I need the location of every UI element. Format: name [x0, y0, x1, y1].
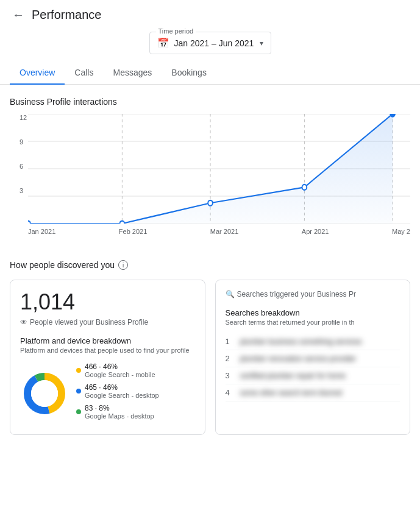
svg-point-13 — [302, 185, 307, 190]
chart-container: 3 6 9 12 — [0, 114, 420, 248]
searches-card: 🔍 Searches triggered your Business Pr Se… — [215, 280, 411, 435]
platform-breakdown-title: Platform and device breakdown — [20, 336, 195, 345]
legend-item-3: 83 · 8% Google Maps - desktop — [76, 404, 195, 420]
back-button[interactable]: ← — [10, 6, 27, 23]
discovery-title-text: How people discovered you — [10, 260, 115, 270]
donut-chart — [20, 369, 69, 418]
x-label-jan: Jan 2021 — [28, 228, 55, 235]
search-icon: 🔍 — [226, 290, 235, 298]
chevron-down-icon: ▾ — [260, 39, 263, 48]
x-label-may: May 2 — [392, 228, 410, 235]
x-label-feb: Feb 2021 — [119, 228, 147, 235]
eye-icon: 👁 — [20, 318, 27, 327]
legend-item-2: 465 · 46% Google Search - desktop — [76, 383, 195, 399]
line-chart — [28, 114, 410, 224]
y-axis-labels: 3 6 9 12 — [20, 114, 27, 211]
search-term-1: plumber business something services — [240, 337, 362, 346]
search-item-3: 3 certified plumber repair for home — [226, 367, 400, 384]
x-label-apr: Apr 2021 — [302, 228, 329, 235]
legend-label-3: Google Maps - desktop — [85, 412, 154, 420]
search-rank-1: 1 — [226, 337, 234, 346]
tab-messages[interactable]: Messages — [103, 62, 162, 85]
search-term-2: plumber renovation service provider — [240, 355, 357, 363]
platform-breakdown-subtitle: Platform and devices that people used to… — [20, 347, 195, 354]
time-period-value: Jan 2021 – Jun 2021 — [174, 38, 255, 48]
search-list: 1 plumber business something services 2 … — [226, 333, 400, 401]
search-term-4: some other search term blurred — [240, 389, 342, 397]
svg-point-18 — [31, 380, 58, 407]
search-item-4: 4 some other search term blurred — [226, 384, 400, 401]
donut-legend-row: 466 · 46% Google Search - mobile 465 · 4… — [20, 362, 195, 425]
views-subtitle: 👁 People viewed your Business Profile — [20, 318, 195, 327]
tab-bookings[interactable]: Bookings — [162, 62, 216, 85]
search-rank-3: 3 — [226, 371, 234, 380]
page-title: Performance — [32, 8, 102, 22]
y-label-6: 6 — [20, 163, 27, 170]
searches-subtitle: 🔍 Searches triggered your Business Pr — [226, 290, 400, 298]
legend-pct-3: 83 · 8% — [85, 404, 154, 412]
legend-label-2: Google Search - desktop — [85, 392, 159, 399]
calendar-icon: 📅 — [157, 37, 169, 49]
legend-item-1: 466 · 46% Google Search - mobile — [76, 362, 195, 378]
x-label-mar: Mar 2021 — [210, 228, 238, 235]
header: ← Performance — [0, 0, 420, 27]
search-term-3: certified plumber repair for home — [240, 372, 346, 380]
legend-dot-blue — [76, 389, 81, 394]
legend-label-1: Google Search - mobile — [85, 371, 155, 378]
search-item-2: 2 plumber renovation service provider — [226, 350, 400, 367]
legend-pct-2: 465 · 46% — [85, 383, 159, 392]
svg-point-10 — [28, 221, 30, 224]
x-axis-labels: Jan 2021 Feb 2021 Mar 2021 Apr 2021 May … — [28, 225, 410, 235]
chart-section: Business Profile interactions — [0, 85, 420, 107]
y-label-9: 9 — [20, 138, 27, 146]
discovery-section: How people discovered you i 1,014 👁 Peop… — [0, 248, 420, 435]
views-card: 1,014 👁 People viewed your Business Prof… — [10, 280, 205, 435]
y-label-12: 12 — [20, 114, 27, 121]
search-rank-2: 2 — [226, 354, 234, 363]
search-item-1: 1 plumber business something services — [226, 333, 400, 350]
legend-pct-1: 466 · 46% — [85, 362, 155, 371]
y-label-3: 3 — [20, 187, 27, 194]
tabs-bar: Overview Calls Messages Bookings — [0, 62, 420, 85]
discovery-title: How people discovered you i — [10, 260, 410, 270]
searches-breakdown-sub: Search terms that returned your profile … — [226, 319, 400, 326]
searches-breakdown-title: Searches breakdown — [226, 308, 400, 317]
tab-calls[interactable]: Calls — [65, 62, 103, 85]
views-count: 1,014 — [20, 290, 195, 314]
legend-items: 466 · 46% Google Search - mobile 465 · 4… — [76, 362, 195, 425]
legend-dot-yellow — [76, 368, 81, 373]
chart-title: Business Profile interactions — [10, 97, 410, 107]
svg-point-14 — [390, 114, 395, 117]
info-icon[interactable]: i — [118, 260, 128, 270]
legend-dot-green — [76, 409, 81, 414]
time-period-row: Time period 📅 Jan 2021 – Jun 2021 ▾ — [0, 27, 420, 62]
svg-point-11 — [119, 221, 124, 224]
tab-overview[interactable]: Overview — [10, 62, 65, 85]
time-period-label: Time period — [156, 27, 196, 35]
svg-point-12 — [208, 200, 213, 206]
time-period-selector[interactable]: Time period 📅 Jan 2021 – Jun 2021 ▾ — [149, 32, 271, 54]
cards-row: 1,014 👁 People viewed your Business Prof… — [10, 280, 410, 435]
search-rank-4: 4 — [226, 388, 234, 397]
